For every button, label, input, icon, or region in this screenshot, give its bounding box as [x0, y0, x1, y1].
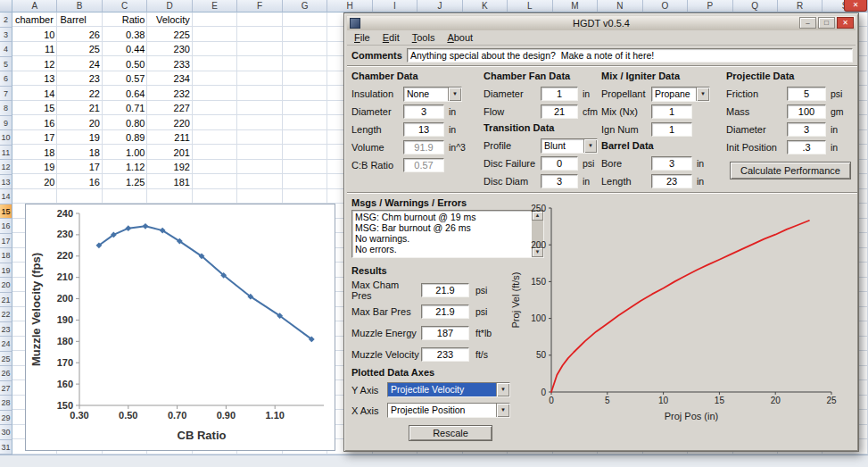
cell-A11[interactable]: 18: [12, 146, 57, 161]
row-header-30[interactable]: 30: [0, 425, 12, 440]
row-header-25[interactable]: 25: [0, 352, 12, 367]
cell-D10[interactable]: 211: [147, 130, 192, 146]
column-header-N[interactable]: N: [598, 0, 642, 13]
column-header-D[interactable]: D: [147, 0, 192, 13]
column-header-K[interactable]: K: [463, 0, 508, 13]
row-header-27[interactable]: 27: [0, 381, 12, 396]
cell-A6[interactable]: 13: [12, 71, 57, 87]
column-header-L[interactable]: L: [508, 0, 552, 13]
mix-igniter-data-mix-nx-field[interactable]: 1: [651, 104, 692, 119]
calculate-performance-button[interactable]: Calculate Performance: [730, 162, 851, 179]
row-header-2[interactable]: 2: [0, 13, 12, 28]
chevron-down-icon[interactable]: ▼: [696, 88, 709, 101]
column-header-H[interactable]: H: [327, 0, 372, 13]
cell-A9[interactable]: 16: [12, 116, 57, 131]
chamber-fan-data-flow-field[interactable]: 21: [541, 104, 578, 119]
cell-C12[interactable]: 1.12: [103, 160, 147, 175]
cell-B9[interactable]: 20: [57, 116, 102, 131]
row-header-8[interactable]: 8: [0, 101, 12, 116]
column-header-P[interactable]: P: [688, 0, 732, 13]
chamber-data-insulation-select[interactable]: None▼: [403, 87, 462, 102]
cell-A13[interactable]: 20: [12, 175, 57, 190]
menu-tools[interactable]: Tools: [406, 31, 442, 44]
cell-D12[interactable]: 192: [147, 160, 192, 175]
mix-igniter-data-propellant-select[interactable]: Propane▼: [651, 87, 710, 102]
cell-D5[interactable]: 233: [147, 57, 192, 72]
chamber-fan-data-diameter-field[interactable]: 1: [541, 87, 578, 101]
cell-C3[interactable]: 0.38: [103, 28, 147, 43]
row-header-20[interactable]: 20: [0, 278, 12, 293]
row-header-31[interactable]: 31: [0, 440, 12, 455]
cell-D8[interactable]: 227: [147, 101, 192, 116]
row-header-11[interactable]: 11: [0, 146, 12, 161]
row-header-26[interactable]: 26: [0, 366, 12, 381]
column-header-B[interactable]: B: [57, 0, 102, 13]
menu-about[interactable]: About: [441, 31, 479, 44]
mix-igniter-data-ign-num-field[interactable]: 1: [651, 122, 692, 137]
cell-C9[interactable]: 0.80: [103, 116, 147, 131]
row-header-22[interactable]: 22: [0, 307, 12, 322]
x-axis-select[interactable]: Projectile Position ▼: [387, 403, 510, 418]
cell-A3[interactable]: 10: [12, 28, 57, 43]
chevron-down-icon[interactable]: ▼: [496, 404, 509, 417]
cell-B7[interactable]: 22: [57, 87, 102, 102]
cell-C11[interactable]: 1.00: [103, 146, 147, 161]
row-header-16[interactable]: 16: [0, 219, 12, 234]
column-header-E[interactable]: E: [193, 0, 237, 13]
projectile-data-init-position-field[interactable]: .3: [787, 140, 826, 154]
cell-D7[interactable]: 232: [147, 87, 192, 102]
row-header-29[interactable]: 29: [0, 411, 12, 426]
cell-B10[interactable]: 19: [57, 130, 102, 146]
chevron-down-icon[interactable]: ▼: [583, 139, 597, 153]
cell-B3[interactable]: 26: [57, 28, 102, 43]
cell-C2[interactable]: Ratio: [103, 13, 147, 28]
cell-A7[interactable]: 14: [12, 87, 57, 102]
excel-select-all-corner[interactable]: [0, 0, 12, 13]
cell-D13[interactable]: 181: [147, 175, 192, 190]
cell-B13[interactable]: 16: [57, 175, 102, 190]
cell-B11[interactable]: 18: [57, 146, 102, 161]
cell-D6[interactable]: 234: [147, 71, 192, 87]
row-header-24[interactable]: 24: [0, 337, 12, 352]
close-button[interactable]: ✕: [837, 17, 854, 29]
cell-B12[interactable]: 17: [57, 160, 102, 175]
column-header-C[interactable]: C: [103, 0, 147, 13]
row-header-12[interactable]: 12: [0, 160, 12, 175]
cell-D3[interactable]: 225: [147, 28, 192, 43]
title-bar[interactable]: HGDT v0.5.4 – □ ✕: [347, 16, 856, 30]
projectile-data-mass-field[interactable]: 100: [787, 104, 826, 119]
cell-A8[interactable]: 15: [12, 101, 57, 116]
cell-D4[interactable]: 230: [147, 42, 192, 57]
column-header-O[interactable]: O: [643, 0, 688, 13]
column-header-Q[interactable]: Q: [733, 0, 778, 13]
comments-input[interactable]: [407, 48, 853, 63]
cell-A2[interactable]: chamber: [12, 13, 57, 28]
row-header-6[interactable]: 6: [0, 71, 12, 87]
menu-edit[interactable]: Edit: [376, 31, 406, 44]
row-header-17[interactable]: 17: [0, 234, 12, 249]
cell-D2[interactable]: Velocity: [147, 13, 192, 28]
excel-embedded-chart[interactable]: 1501601701801902002102202302400.300.500.…: [25, 204, 335, 451]
y-axis-select[interactable]: Projectile Velocity ▼: [387, 382, 510, 397]
row-header-5[interactable]: 5: [0, 57, 12, 72]
row-header-3[interactable]: 3: [0, 28, 12, 43]
row-header-21[interactable]: 21: [0, 293, 12, 308]
projectile-data-diameter-field[interactable]: 3: [787, 122, 826, 137]
chevron-down-icon[interactable]: ▼: [496, 383, 509, 396]
column-header-M[interactable]: M: [553, 0, 598, 13]
cell-C13[interactable]: 1.25: [103, 175, 147, 190]
maximize-button[interactable]: □: [818, 17, 835, 29]
column-header-A[interactable]: A: [12, 0, 57, 13]
transition-data-disc-diam-field[interactable]: 3: [541, 174, 578, 188]
row-header-18[interactable]: 18: [0, 248, 12, 263]
row-header-14[interactable]: 14: [0, 189, 12, 204]
row-header-28[interactable]: 28: [0, 396, 12, 411]
cell-A12[interactable]: 19: [12, 160, 57, 175]
excel-close-button[interactable]: ✕: [844, 0, 867, 12]
cell-C6[interactable]: 0.57: [103, 71, 147, 87]
column-header-I[interactable]: I: [373, 0, 417, 13]
cell-C8[interactable]: 0.71: [103, 101, 147, 116]
row-header-23[interactable]: 23: [0, 322, 12, 338]
cell-B4[interactable]: 25: [57, 42, 102, 57]
cell-B6[interactable]: 23: [57, 71, 102, 87]
